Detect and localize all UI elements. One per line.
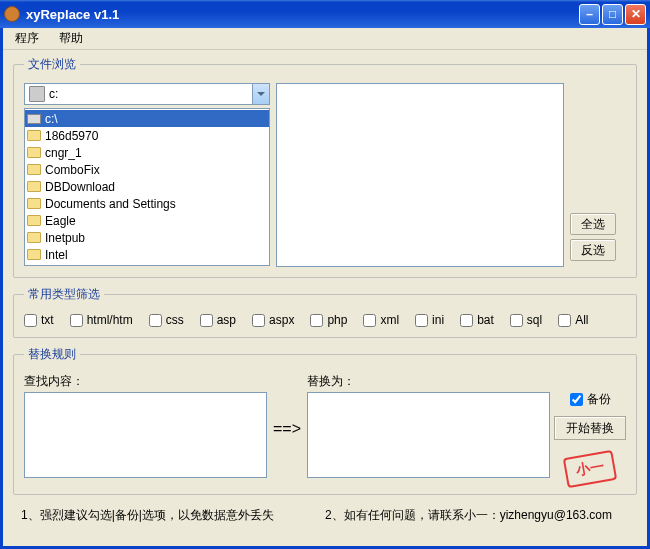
folder-name: Eagle (45, 214, 76, 228)
folder-icon (27, 232, 41, 243)
replace-rules-group: 替换规则 查找内容： ==> 替换为： 备份 开始替换 小一 (13, 346, 637, 495)
app-icon (4, 6, 20, 22)
arrow-icon: ==> (267, 373, 307, 484)
folder-item[interactable]: Inetpub (25, 229, 269, 246)
folder-icon (27, 181, 41, 192)
footer-note-2: 2、如有任何问题，请联系小一：yizhengyu@163.com (325, 507, 629, 524)
menubar: 程序 帮助 (3, 28, 647, 50)
type-checkbox-xml[interactable] (363, 314, 376, 327)
type-label: html/htm (87, 313, 133, 327)
type-sql: sql (510, 313, 542, 327)
type-ini: ini (415, 313, 444, 327)
drive-combo[interactable]: c: (24, 83, 270, 105)
type-txt: txt (24, 313, 54, 327)
type-label: aspx (269, 313, 294, 327)
invert-selection-button[interactable]: 反选 (570, 239, 616, 261)
type-label: All (575, 313, 588, 327)
replace-rules-legend: 替换规则 (24, 346, 80, 363)
folder-item[interactable]: DBDownload (25, 178, 269, 195)
folder-item[interactable]: Eagle (25, 212, 269, 229)
replace-label: 替换为： (307, 373, 550, 390)
type-xml: xml (363, 313, 399, 327)
replace-textarea[interactable] (307, 392, 550, 478)
type-bat: bat (460, 313, 494, 327)
type-html-htm: html/htm (70, 313, 133, 327)
type-label: asp (217, 313, 236, 327)
type-asp: asp (200, 313, 236, 327)
folder-item[interactable]: Documents and Settings (25, 195, 269, 212)
folder-item[interactable]: c:\ (25, 110, 269, 127)
folder-item[interactable]: cngr_1 (25, 144, 269, 161)
dropdown-arrow-icon[interactable] (252, 84, 269, 104)
type-checkbox-All[interactable] (558, 314, 571, 327)
menu-program[interactable]: 程序 (9, 28, 45, 49)
find-label: 查找内容： (24, 373, 267, 390)
folder-icon (27, 147, 41, 158)
folder-icon (27, 215, 41, 226)
file-browse-group: 文件浏览 c: c:\186d5970cngr_1ComboFixDBDownl… (13, 56, 637, 278)
type-label: txt (41, 313, 54, 327)
folder-name: cngr_1 (45, 146, 82, 160)
close-button[interactable]: ✕ (625, 4, 646, 25)
type-label: xml (380, 313, 399, 327)
type-checkbox-ini[interactable] (415, 314, 428, 327)
folder-name: DBDownload (45, 180, 115, 194)
type-checkbox-asp[interactable] (200, 314, 213, 327)
file-results-list[interactable] (276, 83, 564, 267)
minimize-button[interactable]: – (579, 4, 600, 25)
footer-note-1: 1、强烈建议勾选|备份|选项，以免数据意外丢失 (21, 507, 325, 524)
type-label: css (166, 313, 184, 327)
author-stamp: 小一 (563, 450, 617, 488)
folder-name: Inetpub (45, 231, 85, 245)
folder-item[interactable]: 186d5970 (25, 127, 269, 144)
drive-text: c: (49, 87, 252, 101)
type-label: ini (432, 313, 444, 327)
type-php: php (310, 313, 347, 327)
type-aspx: aspx (252, 313, 294, 327)
type-checkbox-css[interactable] (149, 314, 162, 327)
folder-item[interactable]: Intel (25, 246, 269, 263)
footer: 1、强烈建议勾选|备份|选项，以免数据意外丢失 2、如有任何问题，请联系小一：y… (13, 503, 637, 528)
type-label: sql (527, 313, 542, 327)
folder-name: c:\ (45, 112, 58, 126)
folder-icon (27, 249, 41, 260)
backup-label: 备份 (587, 391, 611, 408)
type-checkbox-bat[interactable] (460, 314, 473, 327)
titlebar: xyReplace v1.1 – □ ✕ (0, 0, 650, 28)
file-types-group: 常用类型筛选 txthtml/htmcssaspaspxphpxmlinibat… (13, 286, 637, 338)
select-all-button[interactable]: 全选 (570, 213, 616, 235)
folder-name: ComboFix (45, 163, 100, 177)
type-label: php (327, 313, 347, 327)
folder-icon (27, 164, 41, 175)
folder-icon (27, 198, 41, 209)
folder-name: Documents and Settings (45, 197, 176, 211)
type-checkbox-sql[interactable] (510, 314, 523, 327)
menu-help[interactable]: 帮助 (53, 28, 89, 49)
drive-icon (27, 114, 41, 124)
window-title: xyReplace v1.1 (26, 7, 579, 22)
folder-name: 186d5970 (45, 129, 98, 143)
backup-checkbox[interactable] (570, 393, 583, 406)
folder-list[interactable]: c:\186d5970cngr_1ComboFixDBDownloadDocum… (24, 108, 270, 266)
find-textarea[interactable] (24, 392, 267, 478)
type-label: bat (477, 313, 494, 327)
type-css: css (149, 313, 184, 327)
folder-icon (27, 130, 41, 141)
file-types-legend: 常用类型筛选 (24, 286, 104, 303)
type-checkbox-html-htm[interactable] (70, 314, 83, 327)
type-All: All (558, 313, 588, 327)
start-replace-button[interactable]: 开始替换 (554, 416, 626, 440)
type-checkbox-php[interactable] (310, 314, 323, 327)
folder-name: Intel (45, 248, 68, 262)
type-checkbox-txt[interactable] (24, 314, 37, 327)
type-checkbox-aspx[interactable] (252, 314, 265, 327)
file-browse-legend: 文件浏览 (24, 56, 80, 73)
drive-icon (29, 86, 45, 102)
folder-item[interactable]: ComboFix (25, 161, 269, 178)
maximize-button[interactable]: □ (602, 4, 623, 25)
